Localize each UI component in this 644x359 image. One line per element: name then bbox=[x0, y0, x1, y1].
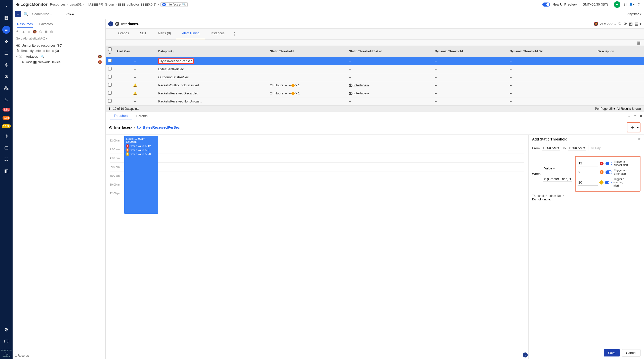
close-form-icon[interactable]: ✕ bbox=[638, 137, 641, 141]
col-desc[interactable]: Description bbox=[595, 46, 644, 57]
row-checkbox[interactable] bbox=[108, 75, 112, 79]
crumb-root[interactable]: Resources bbox=[50, 3, 66, 6]
refresh-icon[interactable]: ⟳ bbox=[624, 21, 627, 26]
atom-icon[interactable]: ⚛ bbox=[3, 133, 10, 140]
per-page[interactable]: Per Page: 25 ▾ bbox=[595, 107, 615, 111]
trigger-value-input[interactable] bbox=[578, 179, 598, 186]
search-input[interactable] bbox=[31, 11, 64, 17]
preview-toggle[interactable] bbox=[542, 3, 550, 7]
view-icon[interactable]: ▤ ▾ bbox=[635, 21, 641, 26]
col-datapoint[interactable]: Datapoint ↑ bbox=[156, 46, 268, 57]
trigger-toggle[interactable] bbox=[606, 170, 612, 174]
crumb-b[interactable]: !!!!A▮▮▮▮PR_Group bbox=[86, 3, 114, 6]
col-dynamic[interactable]: Dynamic Threshold bbox=[433, 46, 508, 57]
row-checkbox[interactable] bbox=[108, 67, 112, 70]
add-dropdown[interactable]: ▾ bbox=[637, 125, 639, 129]
collapse-up-icon[interactable]: ⌃ bbox=[632, 114, 638, 118]
sort-row[interactable]: Sort: Alphabetical A-Z ▾ bbox=[13, 35, 105, 42]
stop-icon[interactable]: ▣ bbox=[45, 30, 48, 33]
globe-icon[interactable]: ⊛ bbox=[3, 73, 10, 80]
row-checkbox[interactable] bbox=[108, 99, 112, 103]
row-checkbox[interactable] bbox=[108, 91, 112, 95]
table-row[interactable]: – BytesReceivedPerSec – –– bbox=[106, 57, 644, 65]
mute-icon[interactable]: 🔕 bbox=[98, 60, 102, 64]
table-row[interactable]: – PacketsReceivedNonUnicas... – –– bbox=[106, 97, 644, 105]
settings-icon[interactable]: ⚙ bbox=[3, 326, 10, 333]
mute-icon[interactable]: 🔕 bbox=[33, 30, 37, 33]
clipboard-icon[interactable]: ▢ bbox=[3, 144, 10, 151]
to-time[interactable]: 12:00 AM ▾ bbox=[568, 145, 586, 151]
badge-warning[interactable]: 17.0k bbox=[2, 124, 11, 128]
crumb-a[interactable]: qauat01 bbox=[70, 3, 82, 6]
plugin-icon[interactable]: ◧ bbox=[3, 167, 10, 174]
add-threshold-button[interactable]: ＋ bbox=[628, 124, 637, 131]
badge-critical[interactable]: 1.5k bbox=[3, 108, 10, 112]
warning-icon[interactable]: ▲ bbox=[22, 30, 25, 33]
crumb-c[interactable]: ▮▮▮▮_collector_▮▮▮▮0.0.1) bbox=[118, 3, 156, 6]
fire-icon[interactable]: ♨ bbox=[3, 96, 10, 103]
col-alertgen[interactable]: Alert Gen bbox=[114, 46, 156, 57]
tab-threshold[interactable]: Threshold bbox=[110, 112, 132, 120]
table-row[interactable]: 🔔 PacketsReceivedDiscarded 24 Hours – – … bbox=[106, 89, 644, 97]
close-icon[interactable]: ✕ bbox=[638, 114, 644, 118]
from-time[interactable]: 12:00 AM ▾ bbox=[542, 145, 560, 151]
tab-graphs[interactable]: Graphs bbox=[113, 29, 135, 39]
col-dynset[interactable]: Dynamic Threshold Set bbox=[508, 46, 595, 57]
unmonitored-row[interactable]: 👁‍🗨 Unmonitored resources (86) bbox=[16, 43, 102, 48]
monitor-icon[interactable]: 🖵 bbox=[3, 338, 10, 345]
tab-parents[interactable]: Parents bbox=[132, 112, 152, 120]
when-value-select[interactable]: Value ▾ bbox=[543, 166, 572, 171]
setat-link[interactable]: Interfaces- bbox=[353, 83, 369, 87]
static-threshold-box[interactable]: Static (12:00am - 12:00am) !when value >… bbox=[124, 136, 158, 214]
bell-off-icon[interactable]: 🔕 bbox=[593, 21, 598, 26]
tab-instances[interactable]: Instances bbox=[205, 29, 230, 39]
puzzle-icon[interactable]: ◩ bbox=[629, 21, 633, 26]
help-icon[interactable]: ？ bbox=[637, 2, 640, 7]
tab-alerts[interactable]: Alerts (0) bbox=[152, 29, 177, 39]
dashboard-icon[interactable]: ▦ bbox=[3, 14, 10, 21]
row-checkbox[interactable] bbox=[108, 59, 112, 62]
recent-deleted-row[interactable]: 🗑 Recently deleted items (3) bbox=[16, 48, 102, 53]
next-button[interactable]: › bbox=[523, 352, 528, 357]
messages-badge[interactable]: 3 bbox=[623, 3, 626, 6]
more-icon[interactable]: ⋮ bbox=[230, 29, 239, 39]
layers-icon[interactable]: ❖ bbox=[3, 38, 10, 45]
trigger-toggle[interactable] bbox=[605, 181, 612, 184]
timezone[interactable]: GMT+05:30 (IST) bbox=[579, 3, 611, 6]
list-icon[interactable]: ☰ bbox=[3, 50, 10, 57]
tree-node-interfaces[interactable]: ▾ Ⓜ Interfaces- 🔍🔕 bbox=[16, 53, 102, 59]
tab-alert-tuning[interactable]: Alert Tuning bbox=[176, 29, 205, 39]
circle-icon[interactable]: ◎ bbox=[50, 30, 53, 33]
brand-logo[interactable]: ◆ LogicMonitor bbox=[16, 2, 48, 7]
filter-icon[interactable]: ☷ bbox=[3, 156, 10, 163]
time-range[interactable]: Any time ▾ bbox=[627, 12, 641, 16]
tab-favorites[interactable]: Favorites bbox=[39, 21, 53, 28]
crumb2-b[interactable]: BytesReceivedPerSec bbox=[143, 125, 180, 129]
all-day-button[interactable]: All Day bbox=[588, 145, 603, 151]
note-value[interactable]: Do not ignore. bbox=[532, 198, 640, 201]
save-button[interactable]: Save bbox=[604, 349, 620, 356]
clear-button[interactable]: Clear bbox=[66, 12, 74, 16]
table-row[interactable]: – BytesSentPerSec – –– bbox=[106, 65, 644, 73]
crumb-chip[interactable]: MInterfaces- 🔍 bbox=[160, 2, 188, 7]
grid-layout-icon[interactable]: ▦ bbox=[637, 41, 640, 45]
hex-icon[interactable]: ⬡ bbox=[39, 30, 42, 33]
trigger-value-input[interactable] bbox=[578, 160, 598, 166]
row-checkbox[interactable] bbox=[108, 83, 112, 87]
cost-icon[interactable]: ＄ bbox=[3, 61, 10, 68]
diamond-icon[interactable]: ◈ bbox=[28, 30, 30, 33]
expand-icon[interactable]: › bbox=[3, 3, 10, 10]
collapse-down-icon[interactable]: ⌄ bbox=[626, 114, 632, 118]
when-op-select[interactable]: > (Greater Than) ▾ bbox=[543, 176, 572, 182]
compass-icon[interactable]: ✦ bbox=[614, 1, 620, 8]
back-button[interactable]: ‹ bbox=[108, 21, 113, 26]
badge-error[interactable]: 3.5k bbox=[3, 116, 10, 120]
add-button[interactable]: ＋ bbox=[15, 11, 21, 17]
cancel-button[interactable]: Cancel bbox=[622, 349, 640, 356]
setat-link[interactable]: Interfaces- bbox=[353, 91, 369, 95]
resources-icon[interactable]: ≡ bbox=[2, 26, 10, 34]
tab-resources[interactable]: Resources bbox=[17, 21, 33, 28]
mute-icon[interactable]: 🔕 bbox=[98, 55, 102, 58]
user-icon[interactable]: 👤▾ bbox=[629, 3, 635, 6]
table-row[interactable]: 🔔 PacketsOutboundDiscarded 24 Hours – – … bbox=[106, 81, 644, 89]
